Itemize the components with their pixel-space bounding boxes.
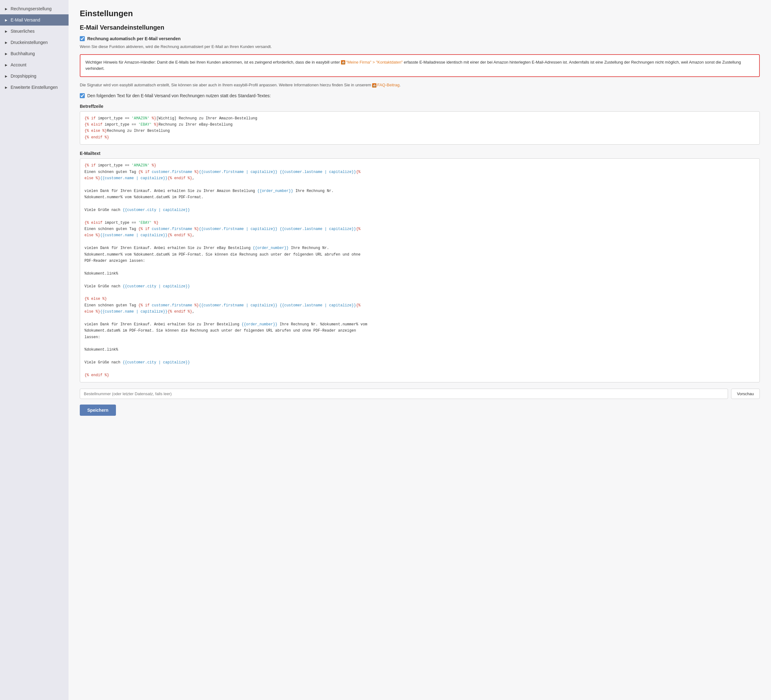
save-button[interactable]: Speichern <box>80 405 116 416</box>
preview-button[interactable]: Vorschau <box>731 389 760 399</box>
emailtext-code[interactable]: {% if import_type == 'AMAZON' %} Einen s… <box>80 158 760 383</box>
sidebar-item-label: Dropshipping <box>11 73 36 78</box>
sidebar-item-email-versand[interactable]: ▶ E-Mail Versand <box>0 14 68 26</box>
flag-icon2: 🏠 <box>372 83 376 88</box>
auto-email-checkbox[interactable] <box>80 36 85 41</box>
chevron-icon: ▶ <box>5 18 8 22</box>
sidebar-item-label: Druckeinstellungen <box>11 40 48 45</box>
section-title: E-Mail Versandeinstellungen <box>80 24 760 31</box>
chevron-icon: ▶ <box>5 29 8 33</box>
faq-link[interactable]: FAQ-Beitrag <box>377 83 400 87</box>
auto-email-label[interactable]: Rechnung automatisch per E-Mail versende… <box>87 36 181 41</box>
preview-bar: Vorschau <box>80 389 760 399</box>
sidebar: ▶ Rechnungserstellung ▶ E-Mail Versand ▶… <box>0 0 68 700</box>
custom-text-row: Den folgenden Text für den E-Mail Versan… <box>80 93 760 98</box>
sidebar-item-druckeinstellungen[interactable]: ▶ Druckeinstellungen <box>0 37 68 48</box>
flag-icon: 🏠 <box>341 60 345 65</box>
signature-info-text: Die Signatur wird von easybill automatis… <box>80 83 372 87</box>
sidebar-item-dropshipping[interactable]: ▶ Dropshipping <box>0 70 68 81</box>
betreffzeile-section: Betreffzeile {% if import_type == 'AMAZO… <box>80 104 760 145</box>
betreffzeile-label: Betreffzeile <box>80 104 760 109</box>
custom-text-label[interactable]: Den folgenden Text für den E-Mail Versan… <box>87 93 271 98</box>
custom-text-checkbox[interactable] <box>80 93 85 98</box>
sidebar-item-label: Erweiterte Einstellungen <box>11 85 58 90</box>
sidebar-item-rechnungserstellung[interactable]: ▶ Rechnungserstellung <box>0 3 68 14</box>
sidebar-item-steuerliches[interactable]: ▶ Steuerliches <box>0 26 68 37</box>
page-title: Einstellungen <box>80 9 760 18</box>
auto-email-description: Wenn Sie diese Funktion aktivieren, wird… <box>80 44 760 50</box>
sidebar-item-account[interactable]: ▶ Account <box>0 59 68 70</box>
sidebar-item-erweiterte-einstellungen[interactable]: ▶ Erweiterte Einstellungen <box>0 81 68 93</box>
emailtext-section: E-Mailtext {% if import_type == 'AMAZON'… <box>80 151 760 383</box>
sidebar-item-label: Account <box>11 62 26 67</box>
sidebar-item-label: Rechnungserstellung <box>11 6 52 11</box>
warning-text-before: Wichtiger Hinweis für Amazon-Händler: Da… <box>85 60 341 65</box>
sidebar-item-label: Steuerliches <box>11 29 34 34</box>
signature-info-dot: . <box>400 83 401 87</box>
chevron-icon: ▶ <box>5 86 8 89</box>
sidebar-item-label: E-Mail Versand <box>11 18 40 23</box>
warning-link[interactable]: "Meine Firma" > "Kontaktdaten" <box>346 60 403 65</box>
chevron-icon: ▶ <box>5 75 8 78</box>
chevron-icon: ▶ <box>5 41 8 44</box>
signature-info: Die Signatur wird von easybill automatis… <box>80 82 760 88</box>
chevron-icon: ▶ <box>5 52 8 55</box>
main-content: Einstellungen E-Mail Versandeinstellunge… <box>68 0 771 700</box>
chevron-icon: ▶ <box>5 7 8 11</box>
auto-email-row: Rechnung automatisch per E-Mail versende… <box>80 36 760 41</box>
warning-box: Wichtiger Hinweis für Amazon-Händler: Da… <box>80 54 760 77</box>
preview-input[interactable] <box>80 389 728 399</box>
emailtext-label: E-Mailtext <box>80 151 760 156</box>
betreffzeile-code[interactable]: {% if import_type == 'AMAZON' %}[Wichtig… <box>80 111 760 145</box>
sidebar-item-buchhaltung[interactable]: ▶ Buchhaltung <box>0 48 68 59</box>
chevron-icon: ▶ <box>5 63 8 67</box>
sidebar-item-label: Buchhaltung <box>11 51 35 56</box>
